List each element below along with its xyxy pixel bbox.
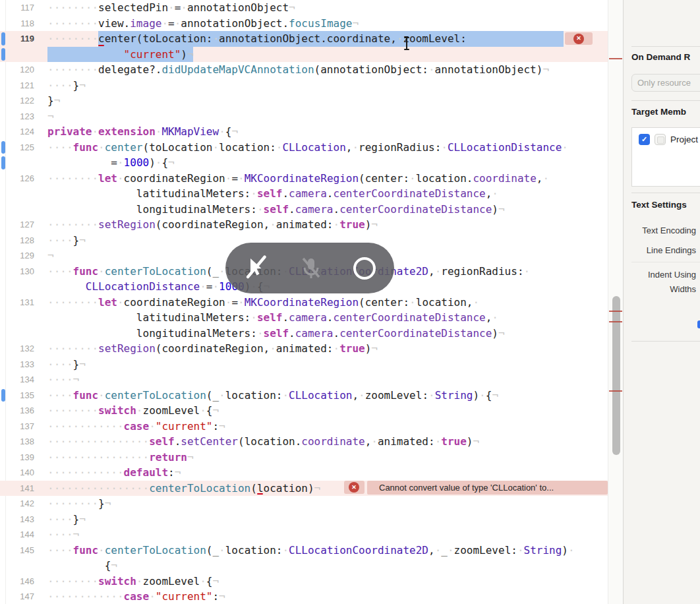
line-number[interactable]: 145 bbox=[0, 543, 34, 559]
xcode-window: 117········selectedPin·=·annotationObjec… bbox=[0, 0, 700, 604]
code-row[interactable]: 142········}¬ bbox=[0, 496, 608, 512]
inline-error-message[interactable]: Cannot convert value of type 'CLLocation… bbox=[367, 481, 608, 495]
line-number[interactable]: 135 bbox=[0, 388, 34, 404]
code-line-text: ····}¬ bbox=[47, 234, 86, 247]
code-row[interactable]: 117········selectedPin·=·annotationObjec… bbox=[0, 0, 608, 16]
code-row[interactable]: 123¬ bbox=[0, 109, 608, 125]
screen-share-hud[interactable] bbox=[225, 243, 394, 293]
line-number[interactable]: 141 bbox=[0, 481, 34, 497]
line-number[interactable]: 118 bbox=[0, 16, 34, 32]
text-settings-header: Text Settings bbox=[631, 200, 687, 210]
code-line-text: ····}¬ bbox=[47, 358, 86, 371]
code-row[interactable]: 125····func·center(toLocation·location:·… bbox=[0, 140, 608, 156]
line-number[interactable]: 133 bbox=[0, 357, 34, 373]
code-row[interactable]: 127········setRegion(coordinateRegion,·a… bbox=[0, 217, 608, 233]
scrollbar-error-mark bbox=[609, 390, 622, 392]
code-row[interactable]: 122}¬ bbox=[0, 93, 608, 109]
code-line-text: ············default:¬ bbox=[47, 466, 181, 479]
code-row[interactable]: 139················return¬ bbox=[0, 450, 608, 466]
section-divider bbox=[631, 341, 700, 342]
line-number[interactable]: 125 bbox=[0, 140, 34, 156]
line-number[interactable]: 136 bbox=[0, 403, 34, 419]
line-number[interactable]: 122 bbox=[0, 93, 34, 109]
code-row[interactable]: 136········switch·zoomLevel·{¬ bbox=[0, 403, 608, 419]
target-checkbox[interactable]: ✓ bbox=[639, 134, 650, 145]
line-number[interactable]: 128 bbox=[0, 233, 34, 249]
code-row[interactable]: 134····¬ bbox=[0, 372, 608, 388]
code-row[interactable]: 132········setRegion(coordinateRegion,·a… bbox=[0, 341, 608, 357]
code-row[interactable]: latitudinalMeters:·self.camera.centerCoo… bbox=[0, 310, 608, 326]
code-row[interactable]: 124private·extension·MKMapView·{¬ bbox=[0, 124, 608, 140]
on-demand-tags-input[interactable]: Only resource bbox=[631, 74, 700, 92]
line-number[interactable]: 120 bbox=[0, 62, 34, 78]
code-line-text: ····}¬ bbox=[47, 79, 86, 92]
code-row[interactable]: 121····}¬ bbox=[0, 78, 608, 94]
scrollbar-thumb[interactable] bbox=[612, 296, 620, 455]
scrollbar-error-mark bbox=[609, 58, 622, 59]
line-number[interactable]: 137 bbox=[0, 419, 34, 435]
code-line-text: ¬ bbox=[47, 249, 54, 262]
line-number[interactable]: 127 bbox=[0, 217, 34, 233]
line-number[interactable]: 146 bbox=[0, 574, 34, 589]
code-row[interactable]: 118········view.image·=·annotationObject… bbox=[0, 16, 608, 32]
code-line-text: }¬ bbox=[47, 94, 60, 107]
ibeam-cursor-icon bbox=[403, 37, 410, 50]
section-divider bbox=[631, 100, 700, 101]
target-membership-list: ✓ Project bbox=[631, 127, 700, 187]
code-row[interactable]: 126········let·coordinateRegion·=·MKCoor… bbox=[0, 171, 608, 187]
line-number[interactable]: 123 bbox=[0, 109, 34, 125]
line-number[interactable]: 132 bbox=[0, 341, 34, 357]
error-underline bbox=[257, 493, 263, 495]
code-row[interactable]: latitudinalMeters:·self.camera.centerCoo… bbox=[0, 186, 608, 202]
line-number[interactable]: 142 bbox=[0, 496, 34, 512]
code-row[interactable]: 143····}¬ bbox=[0, 512, 608, 528]
code-row[interactable]: 131········let·coordinateRegion·=·MKCoor… bbox=[0, 295, 608, 311]
code-row[interactable]: 147············case·"current":¬ bbox=[0, 589, 608, 604]
line-number[interactable]: 147 bbox=[0, 589, 34, 604]
code-row[interactable]: longitudinalMeters:·self.camera.centerCo… bbox=[0, 202, 608, 218]
line-number[interactable]: 124 bbox=[0, 124, 34, 140]
code-row[interactable]: "current")¬ bbox=[0, 47, 608, 63]
code-row[interactable]: longitudinalMeters:·self.camera.centerCo… bbox=[0, 326, 608, 342]
line-number[interactable]: 117 bbox=[0, 0, 34, 16]
microphone-muted-icon[interactable] bbox=[298, 255, 324, 282]
line-number[interactable]: 138 bbox=[0, 434, 34, 450]
code-row[interactable]: {¬ bbox=[0, 558, 608, 574]
code-row[interactable]: 135····func·centerToLocation(_·location:… bbox=[0, 388, 608, 404]
scrollbar-track[interactable] bbox=[608, 0, 623, 604]
line-number[interactable]: 143 bbox=[0, 512, 34, 528]
code-line-text: ····func·centerToLocation(_·location:·CL… bbox=[47, 544, 575, 557]
code-line-text: ········setRegion(coordinateRegion,·anim… bbox=[47, 218, 378, 231]
line-number[interactable]: 139 bbox=[0, 450, 34, 466]
line-number[interactable]: 140 bbox=[0, 465, 34, 481]
line-number[interactable]: 126 bbox=[0, 171, 34, 187]
source-editor[interactable]: 117········selectedPin·=·annotationObjec… bbox=[0, 0, 608, 604]
app-target-icon bbox=[655, 134, 666, 145]
code-line-text: ················self.setCenter(location.… bbox=[47, 435, 479, 448]
line-number[interactable]: 129 bbox=[0, 248, 34, 264]
code-row[interactable]: 144····¬ bbox=[0, 527, 608, 543]
line-number[interactable]: 144 bbox=[0, 527, 34, 543]
pointer-hidden-icon[interactable] bbox=[243, 254, 270, 283]
code-row[interactable]: 133····}¬ bbox=[0, 357, 608, 373]
line-number[interactable]: 130 bbox=[0, 264, 34, 280]
file-inspector-panel: On Demand R Only resource Target Memb ✓ … bbox=[623, 0, 700, 604]
line-number[interactable]: 131 bbox=[0, 295, 34, 311]
error-badge-icon[interactable]: ✕ bbox=[573, 34, 584, 44]
record-circle-icon[interactable] bbox=[352, 256, 377, 281]
code-line-text: ····}¬ bbox=[47, 513, 86, 526]
code-row[interactable]: 119········center(toLocation:·annotation… bbox=[0, 31, 608, 47]
code-row[interactable]: 120········delegate?.didUpdateMapVCAnnot… bbox=[0, 62, 608, 78]
error-badge-icon[interactable]: ✕ bbox=[349, 482, 359, 493]
code-row[interactable]: 137············case·"current":¬ bbox=[0, 419, 608, 435]
code-row[interactable]: 138················self.setCenter(locati… bbox=[0, 434, 608, 450]
line-number[interactable]: 119 bbox=[0, 31, 34, 47]
line-number[interactable]: 121 bbox=[0, 78, 34, 94]
widths-stepper-fragment[interactable] bbox=[697, 320, 700, 328]
code-row[interactable]: 140············default:¬ bbox=[0, 465, 608, 481]
code-line-text: ····func·centerToLocation(_·location:·CL… bbox=[47, 389, 498, 402]
line-number[interactable]: 134 bbox=[0, 372, 34, 388]
code-row[interactable]: 146········switch·zoomLevel·{¬ bbox=[0, 574, 608, 589]
code-row[interactable]: 145····func·centerToLocation(_·location:… bbox=[0, 543, 608, 559]
code-row[interactable]: =·1000)·{¬ bbox=[0, 155, 608, 171]
